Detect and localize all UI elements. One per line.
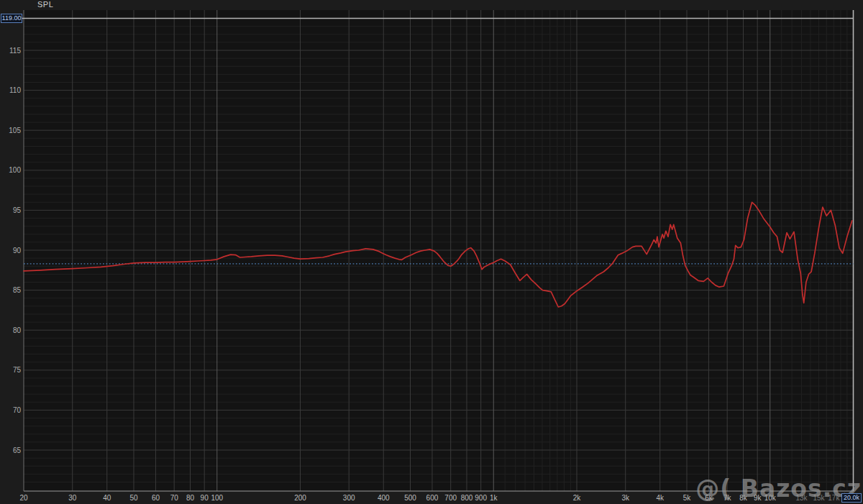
x-axis-tick-label: 3k	[621, 494, 630, 502]
x-axis-tick-label: 30	[68, 494, 77, 502]
spl-axis-title: SPL	[37, 0, 53, 9]
spl-graph-window: 1151101051009590858075706520304050607080…	[0, 0, 863, 504]
x-axis-tick-label: 5k	[683, 494, 692, 502]
x-axis-tick-label: 50	[129, 494, 138, 502]
x-axis-tick-label: 60	[152, 494, 160, 502]
x-axis-tick-label: 900	[475, 494, 487, 502]
x-axis-tick-label: 80	[186, 494, 195, 502]
x-axis-tick-label: 200	[294, 494, 306, 502]
y-axis-tick-label: 95	[13, 206, 22, 214]
x-axis-tick-label: 700	[444, 494, 457, 502]
y-axis-tick-label: 85	[13, 286, 22, 294]
x-axis-tick-label: 300	[343, 494, 355, 502]
x-axis-tick-label: 400	[378, 494, 390, 502]
bazos-watermark: @( Bazos.cz	[695, 475, 862, 503]
y-axis-tick-label: 115	[9, 47, 21, 55]
y-axis-tick-label: 65	[13, 446, 22, 454]
y-axis-tick-label: 70	[13, 406, 22, 414]
x-axis-tick-label: 2k	[573, 494, 582, 502]
x-axis-tick-label: 500	[404, 494, 416, 502]
y-axis-tick-label: 75	[13, 366, 22, 374]
x-axis-tick-label: 600	[426, 494, 439, 502]
y-axis-tick-label: 105	[9, 127, 21, 134]
y-axis-tick-label: 110	[9, 86, 21, 94]
x-axis-tick-label: 20	[19, 494, 28, 502]
frequency-response-chart[interactable]: 1151101051009590858075706520304050607080…	[0, 0, 863, 504]
x-axis-tick-label: 4k	[656, 494, 665, 502]
x-axis-tick-label: 1k	[490, 494, 498, 502]
y-axis-tick-label: 80	[13, 326, 22, 334]
y-axis-tick-label: 100	[9, 166, 21, 174]
x-axis-tick-label: 100	[211, 494, 223, 502]
x-axis-tick-label: 90	[201, 494, 209, 502]
x-axis-max-input[interactable]: 20.0k	[841, 493, 862, 503]
x-axis-tick-label: 800	[461, 494, 473, 502]
x-axis-tick-label: 70	[170, 494, 179, 502]
x-axis-tick-label: 40	[103, 494, 111, 502]
y-axis-tick-label: 90	[13, 247, 22, 255]
y-axis-max-input[interactable]: 119.00	[1, 14, 22, 23]
